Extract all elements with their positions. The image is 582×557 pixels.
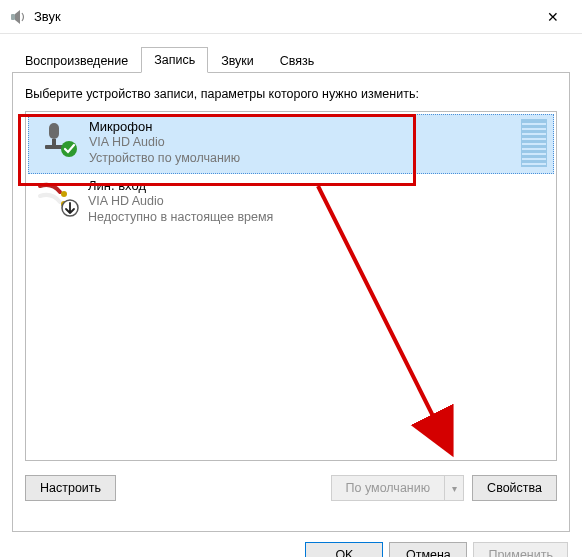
svg-rect-4 xyxy=(45,145,63,149)
device-status: Устройство по умолчанию xyxy=(89,151,515,167)
apply-label: Применить xyxy=(488,548,553,557)
microphone-icon xyxy=(35,119,83,159)
window-title: Звук xyxy=(34,9,532,24)
device-list[interactable]: Микрофон VIA HD Audio Устройство по умол… xyxy=(25,111,557,461)
dialog-button-row: OK Отмена Применить xyxy=(0,532,582,557)
properties-button[interactable]: Свойства xyxy=(472,475,557,501)
titlebar: Звук ✕ xyxy=(0,0,582,34)
device-item-microphone[interactable]: Микрофон VIA HD Audio Устройство по умол… xyxy=(28,114,554,174)
svg-rect-2 xyxy=(49,123,59,139)
set-default-main: По умолчанию xyxy=(331,475,446,501)
properties-label: Свойства xyxy=(487,481,542,495)
tab-recording[interactable]: Запись xyxy=(141,47,208,73)
cancel-label: Отмена xyxy=(406,548,451,557)
level-meter xyxy=(521,119,547,167)
device-text: Микрофон VIA HD Audio Устройство по умол… xyxy=(83,119,515,167)
tab-strip: Воспроизведение Запись Звуки Связь xyxy=(0,34,582,72)
device-driver: VIA HD Audio xyxy=(89,135,515,151)
tab-panel: Выберите устройство записи, параметры ко… xyxy=(12,72,570,532)
apply-button: Применить xyxy=(473,542,568,557)
cancel-button[interactable]: Отмена xyxy=(389,542,467,557)
ok-button[interactable]: OK xyxy=(305,542,383,557)
device-item-line-in[interactable]: Лин. вход VIA HD Audio Недоступно в наст… xyxy=(28,174,554,232)
device-name: Лин. вход xyxy=(88,178,548,194)
tab-playback[interactable]: Воспроизведение xyxy=(12,48,141,73)
device-name: Микрофон xyxy=(89,119,515,135)
device-driver: VIA HD Audio xyxy=(88,194,548,210)
set-default-label: По умолчанию xyxy=(346,481,431,495)
ok-label: OK xyxy=(335,548,353,557)
svg-rect-3 xyxy=(52,139,56,145)
tab-sounds[interactable]: Звуки xyxy=(208,48,267,73)
device-text: Лин. вход VIA HD Audio Недоступно в наст… xyxy=(82,178,548,226)
svg-point-6 xyxy=(61,191,67,197)
sound-icon xyxy=(10,9,26,25)
configure-label: Настроить xyxy=(40,481,101,495)
close-icon[interactable]: ✕ xyxy=(532,3,574,31)
configure-button[interactable]: Настроить xyxy=(25,475,116,501)
tab-communications[interactable]: Связь xyxy=(267,48,328,73)
svg-rect-0 xyxy=(11,14,15,20)
device-status: Недоступно в настоящее время xyxy=(88,210,548,226)
panel-button-row: Настроить По умолчанию ▾ Свойства xyxy=(25,475,557,501)
svg-marker-1 xyxy=(15,10,20,24)
set-default-button: По умолчанию ▾ xyxy=(331,475,465,501)
svg-point-5 xyxy=(61,141,77,157)
chevron-down-icon: ▾ xyxy=(444,475,464,501)
instruction-text: Выберите устройство записи, параметры ко… xyxy=(25,87,557,101)
line-in-icon xyxy=(34,178,82,218)
